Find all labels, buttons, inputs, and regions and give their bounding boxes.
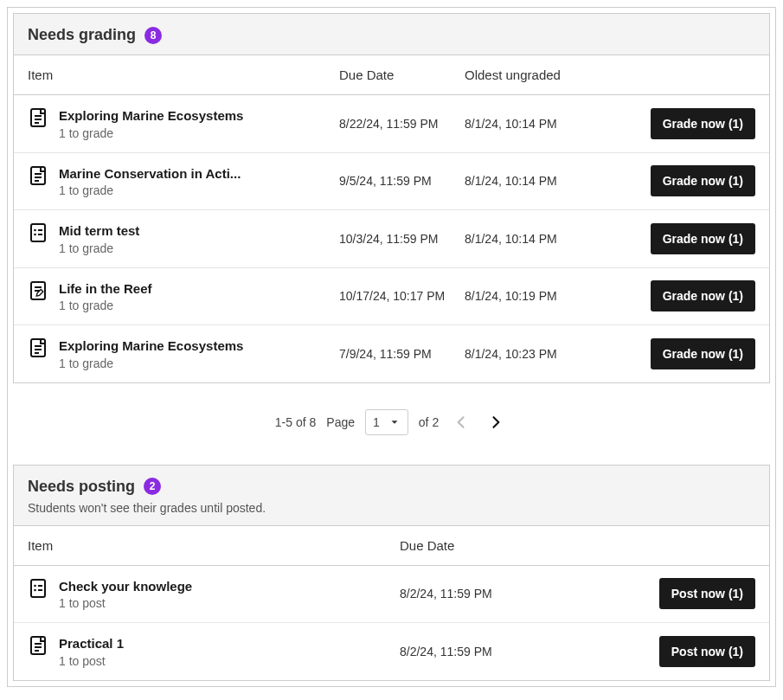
oldest-ungraded: 8/1/24, 10:14 PM bbox=[465, 174, 651, 188]
item-cell: Exploring Marine Ecosystems 1 to grade bbox=[28, 107, 339, 140]
column-headers: Item Due Date Oldest ungraded bbox=[14, 55, 769, 95]
oldest-ungraded: 8/1/24, 10:23 PM bbox=[465, 347, 651, 361]
item-cell: Mid term test 1 to grade bbox=[28, 222, 339, 255]
count-badge: 8 bbox=[144, 27, 162, 44]
item-title[interactable]: Practical 1 bbox=[59, 635, 124, 652]
page-container: Needs grading 8 Item Due Date Oldest ung… bbox=[7, 7, 776, 687]
caret-down-icon bbox=[388, 416, 401, 428]
item-subtext: 1 to grade bbox=[59, 299, 152, 312]
doc-icon bbox=[28, 107, 48, 128]
item-title[interactable]: Mid term test bbox=[59, 222, 139, 240]
oldest-ungraded: 8/1/24, 10:14 PM bbox=[465, 117, 651, 131]
count-badge: 2 bbox=[144, 478, 161, 495]
col-item: Item bbox=[28, 538, 400, 553]
grade-now-button[interactable]: Grade now (1) bbox=[651, 108, 755, 139]
grading-rows: Exploring Marine Ecosystems 1 to grade 8… bbox=[14, 95, 769, 382]
due-date: 8/22/24, 11:59 PM bbox=[339, 117, 465, 131]
pagination: 1-5 of 8 Page 1 of 2 bbox=[8, 389, 775, 459]
due-date: 8/2/24, 11:59 PM bbox=[400, 645, 659, 658]
item-cell: Check your knowlege 1 to post bbox=[28, 578, 400, 611]
table-row: Check your knowlege 1 to post 8/2/24, 11… bbox=[14, 566, 769, 624]
item-subtext: 1 to post bbox=[59, 654, 124, 668]
chevron-right-icon bbox=[487, 414, 504, 431]
needs-posting-panel: Needs posting 2 Students won't see their… bbox=[13, 465, 770, 681]
post-now-button[interactable]: Post now (1) bbox=[659, 578, 755, 609]
test-icon bbox=[28, 578, 48, 599]
item-subtext: 1 to grade bbox=[59, 183, 241, 197]
due-date: 10/3/24, 11:59 PM bbox=[339, 232, 465, 246]
col-due-date: Due Date bbox=[400, 538, 755, 553]
panel-header: Needs posting 2 Students won't see their… bbox=[14, 466, 769, 526]
item-title[interactable]: Exploring Marine Ecosystems bbox=[59, 337, 243, 355]
docpen-icon bbox=[28, 280, 48, 301]
pagination-page-label: Page bbox=[326, 415, 355, 429]
due-date: 7/9/24, 11:59 PM bbox=[339, 347, 465, 361]
table-row: Exploring Marine Ecosystems 1 to grade 7… bbox=[14, 325, 769, 382]
table-row: Marine Conservation in Acti... 1 to grad… bbox=[14, 153, 769, 211]
prev-page-button[interactable] bbox=[449, 410, 473, 434]
col-item: Item bbox=[28, 67, 339, 82]
item-title[interactable]: Check your knowlege bbox=[59, 578, 192, 595]
next-page-button[interactable] bbox=[484, 410, 508, 434]
item-subtext: 1 to grade bbox=[59, 241, 139, 255]
due-date: 10/17/24, 10:17 PM bbox=[339, 289, 465, 303]
page-select[interactable]: 1 bbox=[365, 409, 408, 435]
posting-rows: Check your knowlege 1 to post 8/2/24, 11… bbox=[14, 566, 769, 680]
due-date: 8/2/24, 11:59 PM bbox=[400, 587, 659, 600]
table-row: Life in the Reef 1 to grade 10/17/24, 10… bbox=[14, 268, 769, 326]
item-subtext: 1 to grade bbox=[59, 126, 243, 140]
needs-grading-panel: Needs grading 8 Item Due Date Oldest ung… bbox=[13, 13, 770, 383]
item-title[interactable]: Life in the Reef bbox=[59, 280, 152, 298]
doc-icon bbox=[28, 165, 48, 186]
grade-now-button[interactable]: Grade now (1) bbox=[651, 223, 755, 254]
post-now-button[interactable]: Post now (1) bbox=[659, 636, 755, 667]
item-subtext: 1 to post bbox=[59, 596, 192, 610]
item-title[interactable]: Marine Conservation in Acti... bbox=[59, 165, 241, 183]
panel-title: Needs posting bbox=[28, 478, 135, 496]
chevron-left-icon bbox=[452, 414, 470, 431]
pagination-range: 1-5 of 8 bbox=[275, 415, 316, 429]
test-icon bbox=[28, 222, 48, 243]
due-date: 9/5/24, 11:59 PM bbox=[339, 174, 465, 188]
grade-now-button[interactable]: Grade now (1) bbox=[651, 280, 755, 311]
col-oldest-ungraded: Oldest ungraded bbox=[465, 67, 755, 82]
item-cell: Practical 1 1 to post bbox=[28, 635, 400, 668]
grade-now-button[interactable]: Grade now (1) bbox=[651, 338, 755, 369]
panel-header: Needs grading 8 bbox=[14, 14, 769, 55]
item-cell: Marine Conservation in Acti... 1 to grad… bbox=[28, 165, 339, 198]
table-row: Practical 1 1 to post 8/2/24, 11:59 PM P… bbox=[14, 623, 769, 680]
column-headers: Item Due Date bbox=[14, 526, 769, 566]
col-due-date: Due Date bbox=[339, 67, 465, 82]
panel-subtitle: Students won't see their grades until po… bbox=[28, 501, 755, 515]
item-cell: Exploring Marine Ecosystems 1 to grade bbox=[28, 337, 339, 370]
table-row: Mid term test 1 to grade 10/3/24, 11:59 … bbox=[14, 210, 769, 268]
item-title[interactable]: Exploring Marine Ecosystems bbox=[59, 107, 243, 125]
panel-title: Needs grading bbox=[28, 26, 136, 44]
oldest-ungraded: 8/1/24, 10:14 PM bbox=[465, 232, 651, 246]
pagination-of: of 2 bbox=[419, 415, 439, 429]
table-row: Exploring Marine Ecosystems 1 to grade 8… bbox=[14, 95, 769, 153]
grade-now-button[interactable]: Grade now (1) bbox=[651, 165, 755, 196]
page-value: 1 bbox=[373, 415, 380, 429]
oldest-ungraded: 8/1/24, 10:19 PM bbox=[465, 289, 651, 303]
item-subtext: 1 to grade bbox=[59, 356, 243, 370]
doc-icon bbox=[28, 337, 48, 358]
item-cell: Life in the Reef 1 to grade bbox=[28, 280, 339, 313]
doc-icon bbox=[28, 635, 48, 656]
